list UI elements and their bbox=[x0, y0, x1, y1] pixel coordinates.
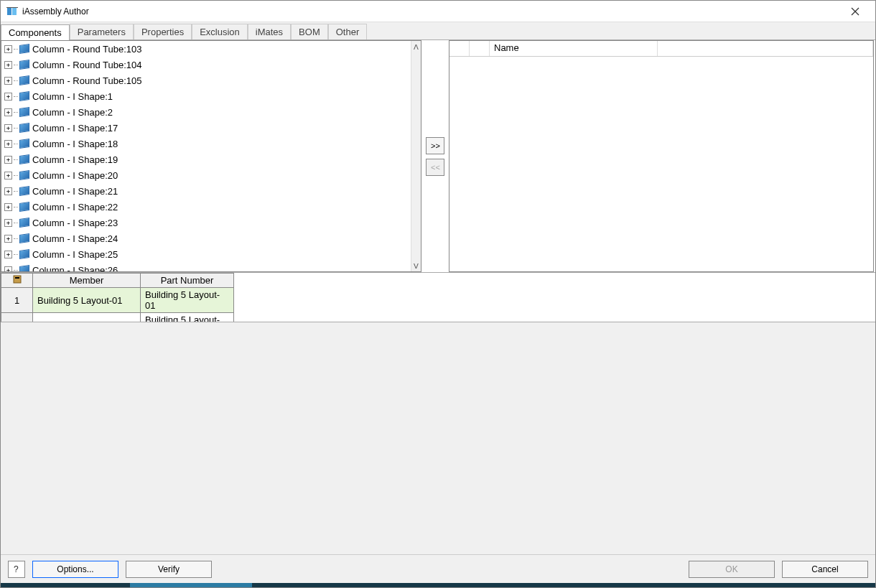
part-icon bbox=[19, 218, 29, 228]
add-button[interactable]: >> bbox=[426, 137, 444, 154]
tab-bom[interactable]: BOM bbox=[291, 24, 328, 39]
expand-icon[interactable]: + bbox=[4, 266, 12, 272]
tab-properties[interactable]: Properties bbox=[134, 24, 192, 39]
tree-row[interactable]: +Column - Round Tube:103 bbox=[1, 41, 411, 57]
expand-icon[interactable]: + bbox=[4, 187, 12, 195]
tree-row[interactable]: +Column - I Shape:25 bbox=[1, 246, 411, 262]
tree-label: Column - Round Tube:105 bbox=[32, 75, 141, 86]
tree-row[interactable]: +Column - I Shape:18 bbox=[1, 136, 411, 151]
tree-row[interactable]: +Column - I Shape:26 bbox=[1, 262, 411, 271]
tree-scrollbar[interactable]: ᐱ ᐯ bbox=[411, 41, 421, 271]
part-icon bbox=[19, 186, 29, 196]
tab-strip: ComponentsParametersPropertiesExclusioni… bbox=[1, 22, 875, 40]
tree-row[interactable]: +Column - I Shape:19 bbox=[1, 151, 411, 167]
component-tree[interactable]: +Column - Round Tube:103+Column - Round … bbox=[1, 41, 411, 271]
tab-other[interactable]: Other bbox=[328, 24, 368, 39]
part-icon bbox=[19, 60, 29, 70]
expand-icon[interactable]: + bbox=[4, 156, 12, 164]
cell-member[interactable]: Building 5 Layout-02 bbox=[33, 313, 141, 323]
tree-row[interactable]: +Column - I Shape:23 bbox=[1, 215, 411, 230]
part-icon bbox=[19, 202, 29, 212]
members-grid-wrap: Member Part Number 1Building 5 Layout-01… bbox=[1, 272, 875, 322]
svg-text:?: ? bbox=[14, 564, 19, 574]
expand-icon[interactable]: + bbox=[4, 140, 12, 148]
dialog-footer: ? Options... Verify OK Cancel bbox=[1, 554, 875, 583]
scroll-up-arrow[interactable]: ᐱ bbox=[411, 41, 421, 52]
tree-label: Column - I Shape:17 bbox=[32, 123, 118, 134]
expand-icon[interactable]: + bbox=[4, 45, 12, 53]
tab-imates[interactable]: iMates bbox=[248, 24, 291, 39]
remove-button[interactable]: << bbox=[426, 159, 444, 176]
help-button[interactable]: ? bbox=[8, 561, 25, 578]
tree-label: Column - I Shape:1 bbox=[32, 91, 113, 102]
tree-label: Column - I Shape:25 bbox=[32, 249, 118, 260]
tab-parameters[interactable]: Parameters bbox=[70, 24, 134, 39]
tree-label: Column - I Shape:2 bbox=[32, 107, 113, 118]
tree-label: Column - I Shape:26 bbox=[32, 265, 118, 272]
name-header: Name bbox=[449, 41, 873, 57]
svg-rect-1 bbox=[12, 8, 17, 15]
row-number[interactable]: 1 bbox=[1, 288, 33, 313]
col-part-number[interactable]: Part Number bbox=[141, 274, 234, 288]
members-grid[interactable]: Member Part Number 1Building 5 Layout-01… bbox=[1, 273, 234, 322]
name-pane: Name bbox=[449, 40, 874, 272]
tree-label: Column - I Shape:20 bbox=[32, 170, 118, 181]
part-icon bbox=[19, 123, 29, 133]
expand-icon[interactable]: + bbox=[4, 203, 12, 211]
app-icon bbox=[6, 6, 18, 17]
tree-row[interactable]: +Column - I Shape:2 bbox=[1, 104, 411, 120]
expand-icon[interactable]: + bbox=[4, 235, 12, 243]
tree-row[interactable]: +Column - I Shape:24 bbox=[1, 230, 411, 246]
cell-member[interactable]: Building 5 Layout-01 bbox=[33, 288, 141, 313]
tree-label: Column - I Shape:24 bbox=[32, 233, 118, 244]
component-tree-pane: +Column - Round Tube:103+Column - Round … bbox=[1, 40, 421, 272]
ok-button[interactable]: OK bbox=[689, 561, 775, 578]
cell-part-number[interactable]: Building 5 Layout-02 bbox=[141, 313, 234, 323]
svg-rect-5 bbox=[14, 276, 21, 283]
verify-button[interactable]: Verify bbox=[126, 561, 212, 578]
part-icon bbox=[19, 91, 29, 101]
part-icon bbox=[19, 75, 29, 85]
taskbar-strip bbox=[1, 583, 875, 587]
expand-icon[interactable]: + bbox=[4, 251, 12, 258]
tree-row[interactable]: +Column - Round Tube:105 bbox=[1, 73, 411, 88]
tab-exclusion[interactable]: Exclusion bbox=[192, 24, 248, 39]
options-button[interactable]: Options... bbox=[32, 561, 118, 578]
part-icon bbox=[19, 154, 29, 164]
tree-label: Column - Round Tube:103 bbox=[32, 44, 141, 55]
tree-row[interactable]: +Column - I Shape:17 bbox=[1, 120, 411, 136]
part-icon bbox=[19, 44, 29, 54]
expand-icon[interactable]: + bbox=[4, 108, 12, 116]
name-column-header[interactable]: Name bbox=[490, 41, 658, 56]
tree-row[interactable]: +Column - I Shape:20 bbox=[1, 167, 411, 183]
title-bar: iAssembly Author bbox=[1, 1, 875, 22]
cell-part-number[interactable]: Building 5 Layout-01 bbox=[141, 288, 234, 313]
tree-row[interactable]: +Column - I Shape:22 bbox=[1, 199, 411, 215]
tree-label: Column - I Shape:21 bbox=[32, 186, 118, 197]
part-icon bbox=[19, 170, 29, 180]
part-icon bbox=[19, 233, 29, 243]
window-title: iAssembly Author bbox=[22, 6, 89, 17]
expand-icon[interactable]: + bbox=[4, 219, 12, 227]
tab-components[interactable]: Components bbox=[1, 24, 70, 40]
row-header-corner[interactable] bbox=[1, 274, 33, 288]
expand-icon[interactable]: + bbox=[4, 172, 12, 179]
close-button[interactable] bbox=[841, 1, 870, 22]
cancel-button[interactable]: Cancel bbox=[782, 561, 868, 578]
col-member[interactable]: Member bbox=[33, 274, 141, 288]
svg-rect-6 bbox=[15, 277, 19, 279]
grid-row[interactable]: 2Building 5 Layout-02Building 5 Layout-0… bbox=[1, 313, 234, 323]
expand-icon[interactable]: + bbox=[4, 77, 12, 85]
tree-row[interactable]: +Column - I Shape:1 bbox=[1, 88, 411, 104]
grid-row[interactable]: 1Building 5 Layout-01Building 5 Layout-0… bbox=[1, 288, 234, 313]
expand-icon[interactable]: + bbox=[4, 93, 12, 101]
tree-row[interactable]: +Column - Round Tube:104 bbox=[1, 57, 411, 73]
tree-label: Column - Round Tube:104 bbox=[32, 60, 141, 70]
expand-icon[interactable]: + bbox=[4, 124, 12, 132]
tree-row[interactable]: +Column - I Shape:21 bbox=[1, 183, 411, 199]
part-icon bbox=[19, 139, 29, 149]
row-number[interactable]: 2 bbox=[1, 313, 33, 323]
expand-icon[interactable]: + bbox=[4, 61, 12, 69]
tree-label: Column - I Shape:18 bbox=[32, 139, 118, 149]
scroll-down-arrow[interactable]: ᐯ bbox=[411, 260, 421, 271]
